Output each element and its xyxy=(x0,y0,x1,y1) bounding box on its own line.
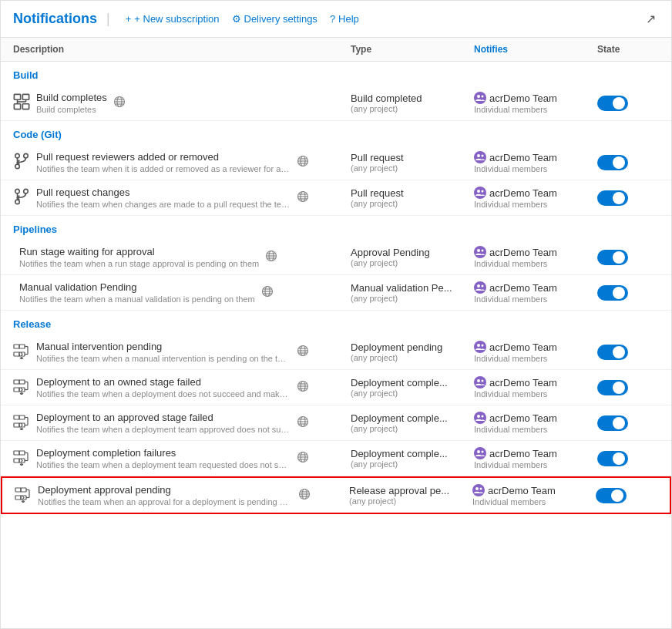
svg-point-35 xyxy=(482,190,484,193)
desc-subtitle: Build completes xyxy=(36,105,107,114)
table-row: Deployment approval pending Notifies the… xyxy=(1,476,671,514)
notifies-team: acrDemo Team xyxy=(489,412,557,424)
type-cell: Deployment pending (any project) xyxy=(351,341,474,362)
desc-content: Manual validation Pending Notifies the t… xyxy=(19,281,255,304)
notifies-team: acrDemo Team xyxy=(489,247,557,258)
notifies-team: acrDemo Team xyxy=(489,187,557,199)
type-name: Release approval pe... xyxy=(349,485,472,496)
notifies-name: acrDemo Team xyxy=(474,281,597,294)
state-cell xyxy=(596,488,657,503)
svg-rect-81 xyxy=(19,415,25,419)
type-cell: Build completed (any project) xyxy=(351,92,474,113)
help-icon: ? xyxy=(330,13,335,25)
notifies-name: acrDemo Team xyxy=(472,484,596,496)
notifies-sub: Individual members xyxy=(474,389,597,399)
svg-rect-51 xyxy=(19,345,25,348)
col-notifies: Notifies xyxy=(474,44,597,55)
type-sub: (any project) xyxy=(351,104,474,113)
toggle[interactable] xyxy=(597,190,628,206)
svg-point-78 xyxy=(477,379,480,382)
svg-point-49 xyxy=(482,285,484,288)
toggle[interactable] xyxy=(596,488,627,503)
svg-point-79 xyxy=(482,380,484,382)
notifies-sub: Individual members xyxy=(472,497,596,506)
state-cell xyxy=(597,451,659,466)
type-name: Deployment comple... xyxy=(351,377,474,388)
desc-title: Deployment completion failures xyxy=(36,447,291,459)
table-header: Description Type Notifies State xyxy=(1,38,671,62)
team-icon xyxy=(474,92,486,104)
type-cell: Deployment comple... (any project) xyxy=(351,377,474,398)
section-header-2: Pipelines xyxy=(1,216,671,240)
svg-point-15 xyxy=(24,153,29,158)
page-container: Notifications | + + New subscription ⚙ D… xyxy=(0,0,672,629)
toggle[interactable] xyxy=(597,155,628,170)
desc-subtitle: Notifies the team when a manual validati… xyxy=(19,294,255,304)
svg-point-14 xyxy=(15,153,20,158)
svg-rect-52 xyxy=(14,352,19,356)
notifies-name: acrDemo Team xyxy=(474,92,597,104)
desc-cell: Deployment approval pending Notifies the… xyxy=(15,484,349,506)
type-cell: Pull request (any project) xyxy=(351,187,474,208)
desc-cell: Deployment completion failures Notifies … xyxy=(13,447,351,469)
notifies-name: acrDemo Team xyxy=(474,376,597,388)
desc-content: Deployment completion failures Notifies … xyxy=(36,447,291,469)
row-icon xyxy=(15,486,32,505)
help-button[interactable]: ? Help xyxy=(324,10,365,28)
desc-title: Deployment to an approved stage failed xyxy=(36,412,291,423)
header-divider: | xyxy=(106,11,110,27)
globe-icon xyxy=(298,488,311,503)
expand-icon: ↗ xyxy=(646,12,656,25)
type-sub: (any project) xyxy=(351,163,474,173)
svg-rect-95 xyxy=(14,451,19,455)
toggle[interactable] xyxy=(597,380,628,395)
table-row: Build completes Build completes Build co… xyxy=(1,86,671,121)
globe-icon xyxy=(297,190,309,205)
svg-point-42 xyxy=(482,250,484,252)
svg-point-24 xyxy=(482,155,484,157)
desc-subtitle: Notifies the team when changes are made … xyxy=(36,200,291,209)
notifies-sub: Individual members xyxy=(474,105,597,114)
state-cell xyxy=(597,285,659,301)
notifies-cell: acrDemo Team Individual members xyxy=(472,484,596,506)
notifies-sub: Individual members xyxy=(474,425,597,434)
toggle[interactable] xyxy=(597,345,628,360)
section-header-0: Build xyxy=(1,62,671,86)
row-icon xyxy=(13,188,30,207)
desc-content: Run stage waiting for approval Notifies … xyxy=(19,246,259,268)
svg-point-93 xyxy=(477,415,480,418)
svg-rect-3 xyxy=(22,104,29,109)
toggle[interactable] xyxy=(597,285,628,301)
col-type: Type xyxy=(351,44,474,55)
type-cell: Manual validation Pe... (any project) xyxy=(351,282,474,303)
svg-rect-2 xyxy=(14,104,20,109)
toggle[interactable] xyxy=(597,96,628,111)
notifies-cell: acrDemo Team Individual members xyxy=(474,281,597,304)
toggle[interactable] xyxy=(597,250,628,265)
section-header-3: Release xyxy=(1,311,671,335)
svg-point-48 xyxy=(477,284,480,288)
notifies-team: acrDemo Team xyxy=(489,448,557,459)
delivery-settings-button[interactable]: ⚙ Delivery settings xyxy=(226,10,324,28)
new-subscription-button[interactable]: + + New subscription xyxy=(119,10,226,28)
table-row: Pull request reviewers added or removed … xyxy=(1,145,671,180)
svg-point-124 xyxy=(480,488,482,490)
desc-content: Deployment to an approved stage failed N… xyxy=(36,412,291,434)
toggle[interactable] xyxy=(597,451,628,466)
type-name: Pull request xyxy=(351,152,474,163)
notifies-cell: acrDemo Team Individual members xyxy=(474,187,597,209)
desc-cell: Deployment to an approved stage failed N… xyxy=(13,412,351,434)
plus-icon: + xyxy=(126,13,132,25)
globe-icon xyxy=(297,345,309,359)
row-icon xyxy=(13,153,30,172)
notifies-sub: Individual members xyxy=(474,164,597,173)
expand-button[interactable]: ↗ xyxy=(643,8,659,29)
type-sub: (any project) xyxy=(349,496,472,506)
desc-cell: Manual intervention pending Notifies the… xyxy=(13,341,351,363)
globe-icon xyxy=(261,285,274,300)
desc-cell: Deployment to an owned stage failed Noti… xyxy=(13,376,351,399)
team-icon xyxy=(474,246,486,258)
toggle[interactable] xyxy=(597,415,628,431)
notifies-sub: Individual members xyxy=(474,354,597,363)
table-row: Pull request changes Notifies the team w… xyxy=(1,180,671,216)
